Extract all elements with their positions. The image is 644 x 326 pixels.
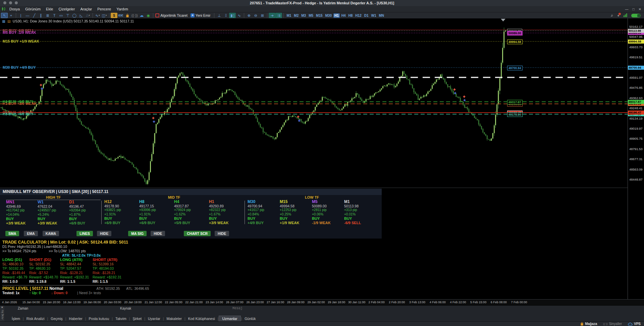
status-vps[interactable]: VPS <box>628 322 641 326</box>
candle-chart-icon[interactable]: ▮▯ <box>229 13 236 18</box>
horizontal-line-tool-icon[interactable]: — <box>24 13 31 18</box>
crosshair-tool-icon[interactable]: + <box>8 13 14 18</box>
observer-button-hide[interactable]: HIDE <box>97 231 111 236</box>
ellipse-tool-icon[interactable]: ◯ <box>71 13 78 18</box>
market-dollar-icon[interactable]: $ <box>111 13 117 18</box>
community-icon[interactable] <box>624 12 627 18</box>
observer-button-lines[interactable]: LINES <box>76 231 93 236</box>
window-light[interactable] <box>15 1 18 4</box>
timeframe-m1[interactable]: M1 <box>285 13 292 18</box>
toolbox-column-kaynak[interactable]: Kaynak <box>120 307 131 310</box>
indicator-list-icon[interactable]: ◫▾ <box>101 13 108 18</box>
tab-şirket[interactable]: Şirket <box>130 316 144 321</box>
toolbox-column-zaman[interactable]: Zaman <box>18 307 28 310</box>
text-tool-icon[interactable]: T <box>51 13 58 18</box>
label-tool-icon[interactable]: ⊤ <box>64 13 71 18</box>
observer-button-sma[interactable]: SMA <box>5 231 19 236</box>
time-axis[interactable]: 4 Jan 202615 Jan 04:0015 Jan 20:0016 Jan… <box>0 299 644 306</box>
timeframe-h4[interactable]: H4 <box>340 13 347 18</box>
indicator-line-icon[interactable]: ∿▾ <box>94 13 101 18</box>
timeframe-mn[interactable]: MN <box>378 13 385 18</box>
triangle-tool-icon[interactable]: ◺ <box>78 13 85 18</box>
bar-chart-icon[interactable]: ⦙⦙ <box>222 13 229 18</box>
window-light[interactable] <box>3 1 6 4</box>
tab-uzmanlar[interactable]: Uzmanlar <box>219 316 241 321</box>
depth-of-market-icon[interactable]: ▦ <box>2 19 5 23</box>
tab-takvim[interactable]: Takvim <box>113 316 129 321</box>
new-order-button[interactable]: +Yeni Emir <box>190 13 213 18</box>
tab-risk-analizi[interactable]: Risk Analizi <box>24 316 47 321</box>
price-axis[interactable]: 50162.1750113.9850047.9549933.7349819.51… <box>628 18 644 299</box>
price-chart-canvas[interactable] <box>0 18 628 188</box>
ide-icon[interactable]: IDE <box>117 13 124 18</box>
tab-günlük[interactable]: Günlük <box>242 316 258 321</box>
tab-uyarılar[interactable]: Uyarılar <box>145 316 163 321</box>
indicator-line-icon-dropdown[interactable]: ▾ <box>99 14 100 17</box>
timeframe-w1[interactable]: W1 <box>370 13 377 18</box>
connection-toggle[interactable] <box>631 14 641 17</box>
menu-yardım[interactable]: Yardım <box>114 7 131 11</box>
rectangle-tool-icon[interactable]: ▭ <box>58 13 64 18</box>
timeframe-h8[interactable]: H8 <box>347 13 354 18</box>
one-click-trading-icon[interactable]: ▤ <box>7 19 11 23</box>
timeframe-m3[interactable]: M3 <box>300 13 307 18</box>
vertical-line-tool-icon[interactable]: | <box>17 13 24 18</box>
shapes-tool-icon-dropdown[interactable]: ▾ <box>89 14 90 17</box>
close-icon[interactable]: ✕ <box>639 7 641 11</box>
timeframe-m15[interactable]: M15 <box>315 13 323 18</box>
cloud-icon[interactable]: ☁ <box>138 13 145 18</box>
search-icon[interactable]: ⌕ <box>611 13 613 18</box>
algo-trading-toggle[interactable]: Algoritmik Ticaret <box>155 13 190 18</box>
tick-chart-icon[interactable]: ⊥ <box>216 13 222 18</box>
status-sinyaller[interactable]: ((·))Sinyaller <box>603 322 622 326</box>
tab-i̇şlem[interactable]: İşlem <box>9 316 23 321</box>
menu-çizelgeler[interactable]: Çizelgeler <box>56 7 77 11</box>
toolbox-column-mesaj[interactable]: Mesaj <box>232 307 243 310</box>
timeframe-m2[interactable]: M2 <box>293 13 300 18</box>
menu-araçlar[interactable]: Araçlar <box>77 7 95 11</box>
shapes-tool-icon[interactable]: ∴▾ <box>85 13 91 18</box>
minimize-icon[interactable]: — <box>625 7 629 11</box>
observer-button-ma-sig[interactable]: MA SIG <box>128 231 147 236</box>
observer-button-chart-scr[interactable]: CHART SCR <box>184 231 211 236</box>
restore-icon[interactable]: □ <box>633 7 635 11</box>
tab-kod-kütüphanesi[interactable]: Kod Kütüphanesi <box>185 316 218 321</box>
menu-görünüm[interactable]: Görünüm <box>22 7 43 11</box>
tab-haberler[interactable]: Haberler <box>66 316 85 321</box>
window-light[interactable] <box>9 1 12 4</box>
tab-makaleler[interactable]: Makaleler <box>164 316 185 321</box>
menu-ekle[interactable]: Ekle <box>43 7 56 11</box>
observer-button-ema[interactable]: EMA <box>24 231 38 236</box>
timeframe-h1[interactable]: H1 <box>333 13 340 18</box>
timeframe-h12[interactable]: H12 <box>354 13 362 18</box>
menu-pencere[interactable]: Pencere <box>95 7 114 11</box>
channel-tool-icon[interactable]: ∥ <box>38 13 44 18</box>
signal-icon[interactable]: ((·)) <box>131 13 138 18</box>
fibonacci-tool-icon[interactable]: ≣ <box>44 13 51 18</box>
timeframe-m30[interactable]: M30 <box>324 13 333 18</box>
algo-network-icon[interactable]: ◉ <box>145 13 152 18</box>
zoom-in-icon[interactable]: ⊕ <box>246 13 252 18</box>
tab-posta-kutusu[interactable]: Posta kutusu <box>86 316 112 321</box>
timeframe-m5[interactable]: M5 <box>308 13 314 18</box>
tab-geçmiş[interactable]: Geçmiş <box>48 316 65 321</box>
indicator-list-icon-dropdown[interactable]: ▾ <box>106 14 107 17</box>
chart-shift-icon[interactable]: ➔ <box>269 13 275 18</box>
notifications-icon[interactable]: ● <box>617 13 620 17</box>
window-lights[interactable] <box>3 1 18 4</box>
tile-windows-icon[interactable]: ⊞ <box>259 13 266 18</box>
trendline-tool-icon[interactable]: ╱ <box>31 13 38 18</box>
timeframe-d1[interactable]: D1 <box>363 13 370 18</box>
cursor-tool-icon[interactable]: ↖ <box>1 13 8 18</box>
market-bag-icon[interactable] <box>124 13 131 18</box>
line-chart-icon[interactable]: ∿ <box>236 13 243 18</box>
auto-scroll-icon[interactable]: ⇉ <box>275 13 282 18</box>
toolbox-close-icon[interactable]: ✕ <box>1 306 3 309</box>
observer-button-hide[interactable]: HIDE <box>151 231 165 236</box>
menu-dosya[interactable]: Dosya <box>7 7 22 11</box>
zoom-out-icon[interactable]: ⊖ <box>252 13 259 18</box>
observer-button-hide[interactable]: HIDE <box>215 231 229 236</box>
observer-button-kama[interactable]: KAMA <box>43 231 59 236</box>
pane-border[interactable] <box>0 188 628 188</box>
status-mağaza[interactable]: Mağaza <box>580 322 597 326</box>
